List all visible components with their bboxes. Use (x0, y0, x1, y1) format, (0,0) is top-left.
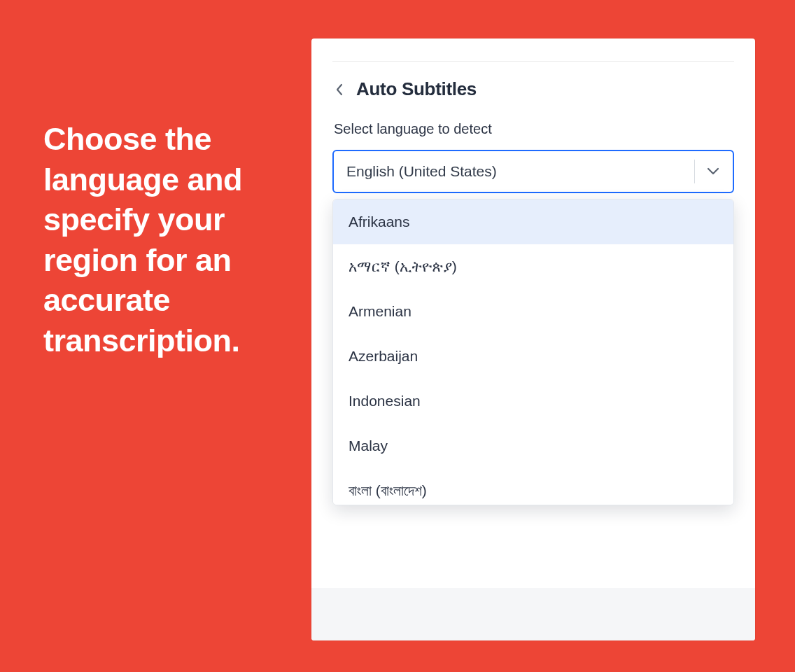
auto-subtitles-panel: Auto Subtitles Select language to detect… (311, 38, 755, 640)
panel-footer-area (311, 588, 755, 640)
select-language-label: Select language to detect (331, 121, 736, 150)
back-icon[interactable] (335, 83, 344, 97)
select-divider (694, 160, 695, 183)
panel-top-divider (332, 61, 734, 62)
panel-header: Auto Subtitles (331, 71, 736, 121)
language-option[interactable]: Malay (333, 424, 733, 468)
hero-text: Choose the language and specify your reg… (43, 119, 295, 361)
language-option[interactable]: Armenian (333, 289, 733, 334)
chevron-down-icon[interactable] (706, 164, 720, 178)
language-option[interactable]: አማርኛ (ኢትዮጵያ) (333, 244, 733, 289)
language-dropdown: Afrikaans አማርኛ (ኢትዮጵያ) Armenian Azerbaij… (332, 199, 734, 505)
panel-title: Auto Subtitles (356, 78, 477, 100)
language-option[interactable]: বাংলা (বাংলাদেশ) (333, 468, 733, 505)
language-select-value: English (United States) (346, 163, 694, 180)
language-option[interactable]: Afrikaans (333, 200, 733, 244)
language-select[interactable]: English (United States) (332, 150, 734, 193)
language-option[interactable]: Indonesian (333, 379, 733, 424)
language-option[interactable]: Azerbaijan (333, 334, 733, 379)
